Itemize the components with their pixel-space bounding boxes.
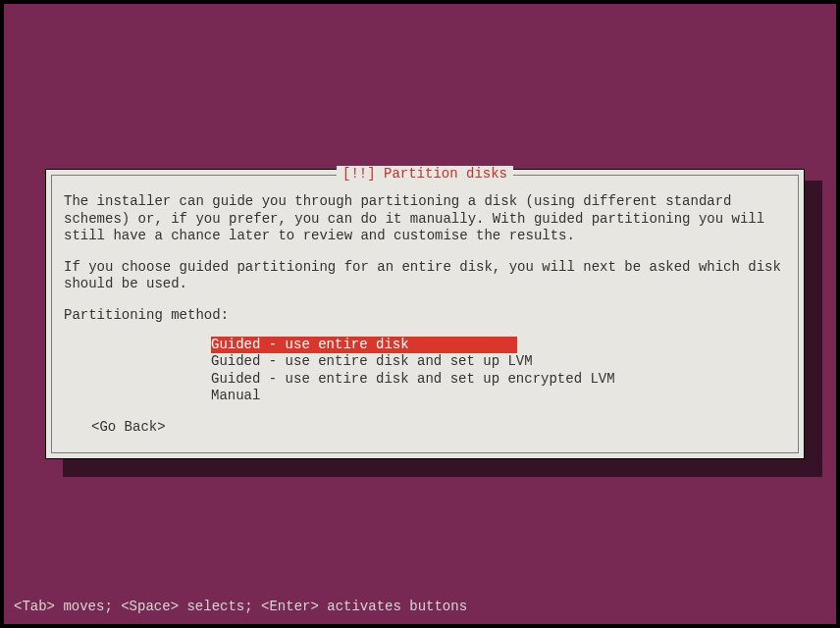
go-back-button[interactable]: <Go Back>: [91, 419, 786, 435]
partition-dialog: [!!] Partition disks The installer can g…: [45, 169, 805, 459]
option-guided-entire-disk[interactable]: Guided - use entire disk: [211, 337, 517, 354]
installer-background: [!!] Partition disks The installer can g…: [4, 4, 836, 624]
option-guided-lvm[interactable]: Guided - use entire disk and set up LVM: [211, 353, 533, 369]
dialog-title: [!!] Partition disks: [337, 166, 513, 182]
dialog-paragraph-2: If you choose guided partitioning for an…: [64, 259, 786, 293]
option-manual[interactable]: Manual: [211, 388, 260, 403]
partitioning-options: Guided - use entire disk Guided - use en…: [211, 337, 786, 405]
partitioning-method-label: Partitioning method:: [64, 307, 786, 323]
footer-hint: <Tab> moves; <Space> selects; <Enter> ac…: [14, 599, 467, 614]
option-guided-encrypted-lvm[interactable]: Guided - use entire disk and set up encr…: [211, 371, 615, 387]
dialog-frame: [!!] Partition disks The installer can g…: [51, 175, 799, 453]
dialog-paragraph-1: The installer can guide you through part…: [64, 193, 786, 245]
